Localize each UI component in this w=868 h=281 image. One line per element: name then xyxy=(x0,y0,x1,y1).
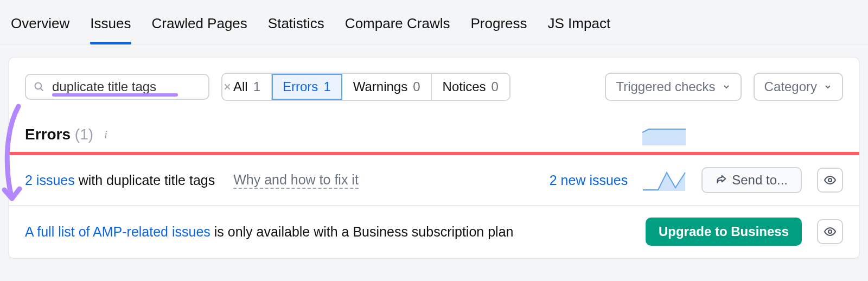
search-icon xyxy=(34,81,44,92)
filter-notices-count: 0 xyxy=(492,79,499,94)
svg-point-6 xyxy=(828,178,832,182)
why-how-fix-link[interactable]: Why and how to fix it xyxy=(233,172,359,189)
issue-description: with duplicate title tags xyxy=(75,173,215,188)
info-icon[interactable]: i xyxy=(101,130,111,139)
filter-toolbar: All 1 Errors 1 Warnings 0 Notices 0 Trig… xyxy=(9,58,859,114)
section-title: Errors (1) xyxy=(25,126,93,143)
tab-progress[interactable]: Progress xyxy=(470,15,527,44)
upgrade-business-button[interactable]: Upgrade to Business xyxy=(646,218,802,246)
chevron-down-icon xyxy=(824,82,832,91)
hide-amp-button[interactable] xyxy=(817,219,843,244)
send-to-label: Send to... xyxy=(732,173,788,188)
svg-point-7 xyxy=(828,230,832,233)
clear-search-icon[interactable] xyxy=(222,82,233,91)
tab-crawled-pages[interactable]: Crawled Pages xyxy=(152,15,247,44)
amp-upsell-row: A full list of AMP-related issues is onl… xyxy=(9,206,859,258)
filter-all-label: All xyxy=(233,79,248,94)
filter-errors-count: 1 xyxy=(323,79,330,94)
category-label: Category xyxy=(764,79,817,94)
issue-trend-sparkline xyxy=(643,169,686,191)
triggered-checks-label: Triggered checks xyxy=(616,79,715,94)
search-box[interactable] xyxy=(25,74,209,100)
share-arrow-icon xyxy=(716,175,726,186)
issue-count-link[interactable]: 2 issues xyxy=(25,173,75,188)
section-title-text: Errors xyxy=(25,126,71,143)
errors-section-header: Errors (1) i xyxy=(9,114,859,152)
issues-panel: All 1 Errors 1 Warnings 0 Notices 0 Trig… xyxy=(9,58,859,258)
svg-point-0 xyxy=(35,83,42,90)
search-input[interactable] xyxy=(52,79,214,94)
svg-line-1 xyxy=(41,88,43,91)
category-dropdown[interactable]: Category xyxy=(754,73,843,101)
issue-type-filter: All 1 Errors 1 Warnings 0 Notices 0 xyxy=(221,73,510,101)
tab-statistics[interactable]: Statistics xyxy=(268,15,324,44)
triggered-checks-dropdown[interactable]: Triggered checks xyxy=(605,73,741,101)
section-count: (1) xyxy=(75,126,93,143)
filter-errors[interactable]: Errors 1 xyxy=(272,74,342,100)
filter-warnings[interactable]: Warnings 0 xyxy=(342,74,432,100)
tab-overview[interactable]: Overview xyxy=(11,15,69,44)
filter-notices[interactable]: Notices 0 xyxy=(432,74,509,100)
amp-description: is only available with a Business subscr… xyxy=(210,224,514,239)
issue-row: 2 issues with duplicate title tags Why a… xyxy=(9,155,859,206)
filter-errors-label: Errors xyxy=(283,79,318,94)
filter-warnings-label: Warnings xyxy=(353,79,407,94)
tab-compare-crawls[interactable]: Compare Crawls xyxy=(345,15,450,44)
filter-notices-label: Notices xyxy=(443,79,486,94)
eye-icon xyxy=(824,174,837,187)
filter-warnings-count: 0 xyxy=(413,79,420,94)
main-tabs: Overview Issues Crawled Pages Statistics… xyxy=(0,0,868,44)
amp-issues-link[interactable]: A full list of AMP-related issues xyxy=(25,224,210,239)
new-issues-link[interactable]: 2 new issues xyxy=(550,173,628,188)
tab-js-impact[interactable]: JS Impact xyxy=(548,15,611,44)
svg-marker-4 xyxy=(642,129,686,145)
chevron-down-icon xyxy=(722,82,731,91)
send-to-button[interactable]: Send to... xyxy=(701,167,802,193)
errors-trend-sparkline xyxy=(642,124,686,145)
eye-icon xyxy=(824,225,837,238)
filter-all-count: 1 xyxy=(253,79,260,94)
tab-issues[interactable]: Issues xyxy=(90,15,131,44)
hide-issue-button[interactable] xyxy=(817,168,843,193)
